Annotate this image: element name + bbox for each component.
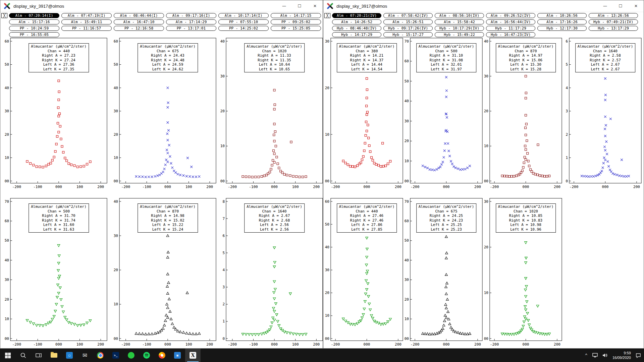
close-button[interactable]: ✕ bbox=[628, 0, 644, 11]
network-icon[interactable] bbox=[591, 349, 599, 362]
svg-text:20: 20 bbox=[114, 268, 118, 272]
minimize-button[interactable]: — bbox=[276, 0, 292, 11]
svg-text:20: 20 bbox=[325, 291, 329, 295]
scan-tab[interactable]: PP - 16:55:05 bbox=[9, 32, 59, 37]
scan-tab[interactable]: PP - 14:25:02 bbox=[218, 26, 269, 31]
scan-tab[interactable]: PP - 13:17:01 bbox=[166, 26, 216, 31]
svg-text:-200: -200 bbox=[490, 185, 499, 189]
almucantar-plot-1640: 876543210-200-100000100200Almucantar (μW… bbox=[215, 198, 325, 349]
scan-tab[interactable]: Alm - 15:49:11 bbox=[61, 19, 112, 24]
scan-tab[interactable]: Alm - 08:46:44(I) bbox=[114, 13, 164, 18]
search-icon[interactable] bbox=[15, 349, 31, 362]
scan-tab[interactable]: PP - 09:25:02 bbox=[271, 19, 321, 24]
scan-tab[interactable]: PP - 07:55:10 bbox=[218, 19, 269, 24]
action-center-icon[interactable] bbox=[634, 349, 643, 362]
plot-header-box: Almucantar (μW/cm^2/ster) Chan = 1640 Ri… bbox=[575, 43, 636, 72]
scan-tab[interactable]: PP - 12:16:58 bbox=[114, 26, 164, 31]
scan-tab[interactable]: Alm - 10:26:56 bbox=[537, 13, 587, 18]
almucantar-plot-440: 60504030201000-200-100000100200Almucanta… bbox=[0, 38, 110, 192]
svg-text:-100: -100 bbox=[33, 185, 42, 189]
svg-text:60: 60 bbox=[5, 39, 9, 44]
scan-tab[interactable]: Alm - 15:26:51 bbox=[383, 19, 433, 24]
maximize-button[interactable]: ☐ bbox=[613, 0, 628, 11]
svg-text:20: 20 bbox=[484, 245, 488, 249]
scan-tab[interactable]: PP - 10:24:59 bbox=[9, 26, 59, 31]
scan-tab[interactable]: Hyb - 15:49:22 bbox=[435, 32, 484, 37]
mail-icon[interactable]: ✉ bbox=[77, 349, 93, 362]
titlebar[interactable]: display_sky_3917@olmos — ☐ ✕ bbox=[0, 0, 323, 12]
svg-text:50: 50 bbox=[5, 238, 9, 243]
scan-tab[interactable]: Hyb - 08:46:48(IV) bbox=[332, 26, 381, 31]
maximize-button[interactable]: ☐ bbox=[292, 0, 307, 11]
scan-tab[interactable]: Alm - 14:26:52 bbox=[332, 19, 381, 24]
scan-tab[interactable]: Hyb - 11:17:29 bbox=[486, 26, 535, 31]
scan-tab[interactable]: Alm - 07:47:19(I) bbox=[61, 13, 112, 18]
scan-tab[interactable]: Alm - 14:17:15 bbox=[271, 13, 321, 18]
browser-icon[interactable] bbox=[154, 349, 170, 362]
almucantar-plot-870: 4030201000-200000200Almucantar (μW/cm^2/… bbox=[479, 38, 565, 192]
store-icon[interactable]: ▢ bbox=[62, 349, 77, 362]
taskbar: ▢✉>_▣X ⌃ 9:59 16/09/2020 bbox=[0, 349, 644, 362]
scan-tab[interactable]: PP - 11:16:57 bbox=[61, 26, 112, 31]
tab-panel-close-icon[interactable]: ╳ bbox=[1, 13, 7, 18]
scan-tab[interactable]: Alm - 17:14:29 bbox=[166, 19, 216, 24]
svg-text:000: 000 bbox=[364, 342, 370, 347]
svg-text:00: 00 bbox=[484, 337, 488, 341]
scan-tab[interactable]: Alm - 16:47:10 bbox=[114, 19, 164, 24]
scan-tab[interactable]: Hyb - 16:47:23(IV) bbox=[486, 32, 535, 37]
almucantar-plot-1640: 6543210-200000200Almucantar (μW/cm^2/ste… bbox=[558, 38, 644, 192]
minimize-button[interactable]: — bbox=[597, 0, 613, 11]
x-server-icon[interactable]: X bbox=[185, 349, 201, 362]
scan-tab[interactable]: Alm - 15:58:42 bbox=[435, 19, 484, 24]
chrome-icon[interactable] bbox=[93, 349, 108, 362]
volume-icon[interactable] bbox=[601, 349, 609, 362]
svg-text:40: 40 bbox=[405, 258, 409, 262]
almucantar-plot-500: 7060504030201000-200-100000100200Almucan… bbox=[0, 198, 110, 349]
svg-text:20: 20 bbox=[114, 132, 118, 137]
scan-tab[interactable]: Hyb - 15:17:27 bbox=[383, 32, 433, 37]
scan-tab[interactable]: Hyb - 10:17:29(IV) bbox=[435, 26, 484, 31]
scan-tab[interactable]: Alm - 15:17:16 bbox=[9, 19, 59, 24]
scan-tab[interactable]: Alm - 17:16:26 bbox=[537, 19, 587, 24]
scan-tab[interactable]: PP - 15:25:05 bbox=[271, 26, 321, 31]
scan-tab[interactable]: Alm - 13:26:56 bbox=[589, 13, 638, 18]
scan-tab[interactable]: Alm - 16:56:44(IV) bbox=[486, 19, 535, 24]
x-server-logo-icon bbox=[3, 2, 11, 10]
scan-tab[interactable]: Hyb - 07:49:21(IV) bbox=[589, 19, 638, 24]
svg-text:200: 200 bbox=[206, 185, 213, 189]
scan-tab[interactable]: Alm - 07:58:42(IV) bbox=[383, 13, 433, 18]
scan-tab[interactable]: Alm - 10:17:14(I) bbox=[218, 13, 269, 18]
scan-tab[interactable]: Hyb - 12:17:30 bbox=[537, 26, 587, 31]
svg-text:000: 000 bbox=[55, 342, 62, 347]
spotify-icon[interactable] bbox=[139, 349, 154, 362]
svg-text:60: 60 bbox=[405, 59, 409, 63]
scan-tab[interactable]: Alm - 07:20:14(I) bbox=[9, 13, 59, 18]
almucantar-plot-1020: 4030201000-200-100000100200Almucantar (μ… bbox=[215, 38, 325, 192]
svg-text:20: 20 bbox=[405, 297, 409, 302]
scan-tab[interactable]: Hyb - 09:17:26(IV) bbox=[383, 26, 433, 31]
capture-app-icon[interactable]: ▣ bbox=[170, 349, 185, 362]
tab-panel-close-icon[interactable]: ╳ bbox=[324, 13, 330, 18]
x-server-logo-icon bbox=[326, 2, 334, 10]
taskbar-clock[interactable]: 9:59 16/09/2020 bbox=[611, 349, 633, 362]
start-icon[interactable] bbox=[0, 349, 15, 362]
scan-tab[interactable]: Hyb - 14:17:29 bbox=[332, 32, 381, 37]
svg-text:30: 30 bbox=[325, 39, 329, 44]
tray-chevron-up-icon[interactable]: ⌃ bbox=[583, 349, 589, 362]
svg-text:00: 00 bbox=[405, 337, 409, 341]
svg-text:000: 000 bbox=[55, 185, 62, 189]
close-button[interactable]: ✕ bbox=[307, 0, 323, 11]
powershell-icon[interactable]: >_ bbox=[108, 349, 123, 362]
titlebar[interactable]: display_sky_3917@olmos — ☐ ✕ bbox=[323, 0, 644, 12]
svg-text:200: 200 bbox=[97, 185, 104, 189]
task-view-icon[interactable] bbox=[31, 349, 46, 362]
whatsapp-icon[interactable] bbox=[123, 349, 139, 362]
scan-tab[interactable]: Alm - 08:56:10(IV) bbox=[435, 13, 484, 18]
file-explorer-icon[interactable] bbox=[46, 349, 62, 362]
scan-tab[interactable]: Hyb - 13:17:29 bbox=[589, 26, 638, 31]
scan-tab[interactable]: Alm - 09:17:16(I) bbox=[166, 13, 216, 18]
svg-text:10: 10 bbox=[405, 159, 409, 163]
svg-text:00: 00 bbox=[5, 179, 9, 183]
scan-tab[interactable]: Alm - 07:20:21(IV) bbox=[332, 13, 381, 18]
scan-tab[interactable]: Alm - 09:26:52(IV) bbox=[486, 13, 535, 18]
